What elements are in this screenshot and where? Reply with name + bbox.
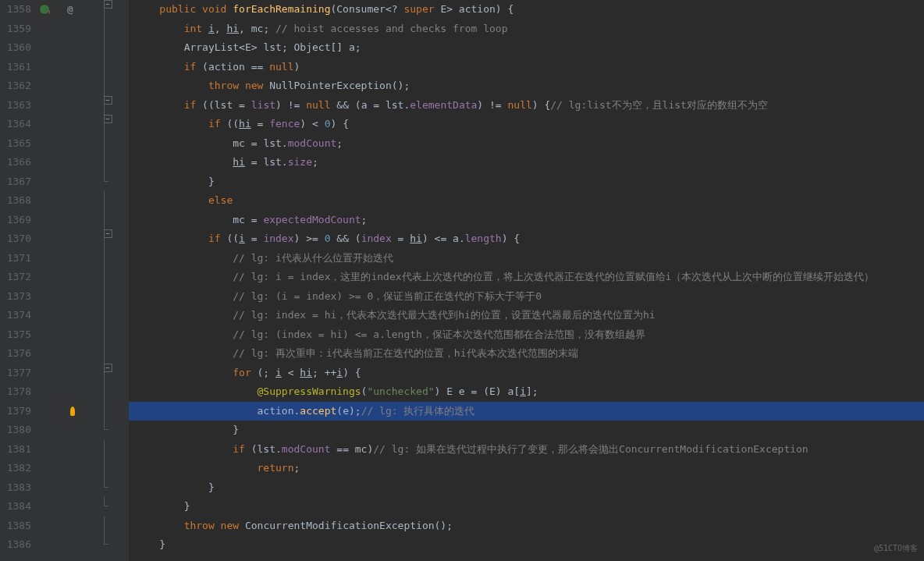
fold-column: −−−−− xyxy=(92,0,116,555)
code-line[interactable]: ArrayList<E> lst; Object[] a; xyxy=(129,38,924,58)
code-line[interactable]: return; xyxy=(129,459,924,478)
line-number: 1365 xyxy=(0,134,31,154)
fold-marker[interactable]: − xyxy=(92,115,116,134)
fold-toggle-icon[interactable]: − xyxy=(104,0,112,9)
fold-marker[interactable] xyxy=(92,325,116,345)
code-line[interactable]: } xyxy=(129,535,924,555)
fold-marker[interactable] xyxy=(92,268,116,287)
line-number: 1366 xyxy=(0,153,31,172)
fold-marker[interactable] xyxy=(92,517,116,536)
fold-marker[interactable] xyxy=(92,38,116,58)
gutter-row xyxy=(36,20,75,39)
code-line[interactable]: public void forEachRemaining(Consumer<? … xyxy=(129,0,924,20)
fold-marker[interactable] xyxy=(92,478,116,498)
code-line[interactable]: } xyxy=(129,421,924,440)
fold-marker[interactable] xyxy=(92,153,116,172)
fold-marker[interactable] xyxy=(92,459,116,478)
line-number: 1375 xyxy=(0,325,31,345)
code-line[interactable]: // lg: i = index，这里的index代表上次迭代的位置，将上次迭代… xyxy=(129,268,924,287)
gutter-row xyxy=(36,459,75,478)
code-line[interactable]: // lg: 再次重申：i代表当前正在迭代的位置，hi代表本次迭代范围的末端 xyxy=(129,344,924,364)
code-editor[interactable]: 1358135913601361136213631364136513661367… xyxy=(0,0,924,561)
code-line[interactable]: mc = expectedModCount; xyxy=(129,211,924,230)
fold-marker[interactable] xyxy=(92,172,116,192)
fold-marker[interactable]: − xyxy=(92,229,116,249)
gutter-row xyxy=(36,268,75,287)
line-number: 1371 xyxy=(0,249,31,268)
code-line[interactable]: throw new ConcurrentModificationExceptio… xyxy=(129,517,924,536)
code-line[interactable]: if ((hi = fence) < 0) { xyxy=(129,115,924,134)
gutter-row xyxy=(36,306,75,325)
fold-marker[interactable] xyxy=(92,134,116,154)
fold-marker[interactable] xyxy=(92,20,116,39)
line-number: 1369 xyxy=(0,211,31,230)
fold-marker[interactable] xyxy=(92,287,116,307)
fold-toggle-icon[interactable]: − xyxy=(104,229,112,238)
gutter-row: ↑@ xyxy=(36,0,75,20)
code-line[interactable]: } xyxy=(129,478,924,498)
fold-marker[interactable] xyxy=(92,421,116,440)
intention-bulb-icon[interactable] xyxy=(70,407,75,416)
fold-marker[interactable] xyxy=(92,535,116,555)
line-number: 1372 xyxy=(0,268,31,287)
code-line[interactable]: // lg: (index = hi) <= a.length，保证本次迭代范围… xyxy=(129,325,924,345)
fold-marker[interactable] xyxy=(92,58,116,77)
fold-marker[interactable] xyxy=(92,344,116,364)
gutter-row xyxy=(36,497,75,517)
code-line[interactable]: throw new NullPointerException(); xyxy=(129,76,924,96)
gutter-row xyxy=(36,325,75,345)
gutter-row xyxy=(36,58,75,77)
code-area[interactable]: public void forEachRemaining(Consumer<? … xyxy=(129,0,924,561)
line-number: 1370 xyxy=(0,229,31,249)
fold-marker[interactable] xyxy=(92,382,116,402)
gutter-row xyxy=(36,76,75,96)
gutter-row xyxy=(36,421,75,440)
code-line[interactable]: action.accept(e);// lg: 执行具体的迭代 xyxy=(129,402,924,421)
code-line[interactable]: for (; i < hi; ++i) { xyxy=(129,364,924,383)
code-line[interactable]: if ((lst = list) != null && (a = lst.ele… xyxy=(129,96,924,115)
gutter-row xyxy=(36,382,75,402)
fold-toggle-icon[interactable]: − xyxy=(104,115,112,123)
gutter-row xyxy=(36,364,75,383)
line-number: 1358 xyxy=(0,0,31,20)
override-icon[interactable]: @ xyxy=(67,0,73,20)
gutter-row xyxy=(36,38,75,58)
fold-toggle-icon[interactable]: − xyxy=(104,364,112,372)
fold-marker[interactable] xyxy=(92,306,116,325)
line-number: 1361 xyxy=(0,58,31,77)
code-line[interactable]: // lg: (i = index) >= 0，保证当前正在迭代的下标大于等于0 xyxy=(129,287,924,307)
fold-marker[interactable] xyxy=(92,440,116,460)
code-line[interactable]: int i, hi, mc; // hoist accesses and che… xyxy=(129,20,924,39)
code-line[interactable]: if (action == null) xyxy=(129,58,924,77)
line-number: 1376 xyxy=(0,344,31,364)
code-line[interactable]: @SuppressWarnings("unchecked") E e = (E)… xyxy=(129,382,924,402)
code-line[interactable]: } xyxy=(129,497,924,517)
line-number: 1373 xyxy=(0,287,31,307)
code-line[interactable]: mc = lst.modCount; xyxy=(129,134,924,154)
fold-marker[interactable]: − xyxy=(92,96,116,115)
code-line[interactable]: // lg: index = hi，代表本次迭代最大迭代到hi的位置，设置迭代器… xyxy=(129,306,924,325)
code-line[interactable]: hi = lst.size; xyxy=(129,153,924,172)
fold-marker[interactable] xyxy=(92,191,116,211)
line-number: 1367 xyxy=(0,172,31,192)
fold-marker[interactable] xyxy=(92,249,116,268)
fold-marker[interactable]: − xyxy=(92,364,116,383)
fold-marker[interactable]: − xyxy=(92,0,116,20)
line-number: 1362 xyxy=(0,76,31,96)
code-line[interactable]: if (lst.modCount == mc)// lg: 如果在迭代过程中执行… xyxy=(129,440,924,460)
gutter-row xyxy=(36,249,75,268)
fold-marker[interactable] xyxy=(92,211,116,230)
code-line[interactable]: // lg: i代表从什么位置开始迭代 xyxy=(129,249,924,268)
line-number: 1378 xyxy=(0,382,31,402)
gutter-row xyxy=(36,440,75,460)
fold-marker[interactable] xyxy=(92,76,116,96)
vcs-change-icon[interactable]: ↑ xyxy=(39,4,50,15)
fold-toggle-icon[interactable]: − xyxy=(104,96,112,105)
line-number: 1382 xyxy=(0,459,31,478)
fold-marker[interactable] xyxy=(92,497,116,517)
fold-marker[interactable] xyxy=(92,402,116,421)
code-line[interactable]: if ((i = index) >= 0 && (index = hi) <= … xyxy=(129,229,924,249)
line-number: 1381 xyxy=(0,440,31,460)
code-line[interactable]: } xyxy=(129,172,924,192)
code-line[interactable]: else xyxy=(129,191,924,211)
